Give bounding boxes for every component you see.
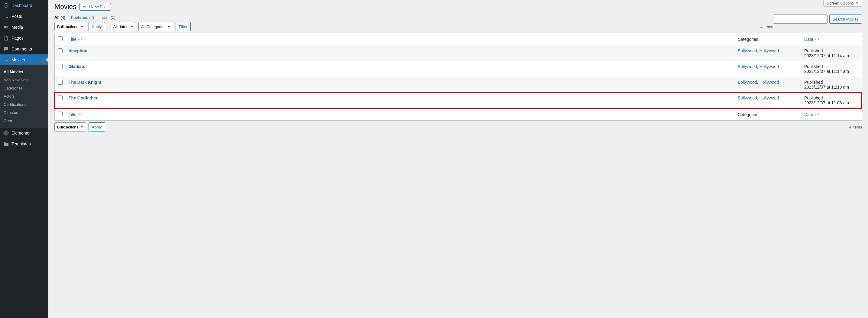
menu-templates[interactable]: Templates <box>0 138 49 149</box>
menu-dashboard[interactable]: Dashboard <box>0 0 49 11</box>
pin-icon <box>3 57 9 63</box>
menu-pages[interactable]: Pages <box>0 33 49 43</box>
filter-button[interactable]: Filter <box>176 22 191 31</box>
category-link[interactable]: Hollywood <box>760 49 779 53</box>
svg-rect-6 <box>6 134 7 134</box>
bulk-actions-select-bottom[interactable]: Bulk actions <box>54 122 86 131</box>
category-link[interactable]: Hollywood <box>760 80 779 85</box>
menu-label: Posts <box>11 14 22 19</box>
caret-down-icon: ▼ <box>856 1 859 5</box>
table-row: The Dark Knight Bollywood, Hollywood Pub… <box>55 77 862 93</box>
row-checkbox[interactable] <box>58 80 63 85</box>
row-checkbox[interactable] <box>58 64 63 69</box>
post-status: Published <box>804 64 859 69</box>
sort-title-bottom[interactable]: Title▲▼ <box>69 112 83 117</box>
table-row: Inception Bollywood, Hollywood Published… <box>55 45 862 61</box>
apply-button[interactable]: Apply <box>89 22 105 31</box>
post-title-link[interactable]: The Godfather <box>69 96 98 100</box>
view-filters: All (4) | Published (4) | Trash (1) <box>54 15 862 20</box>
apply-button-bottom[interactable]: Apply <box>89 122 105 131</box>
admin-sidebar: Dashboard Posts Media Pages Comments Mov… <box>0 0 49 318</box>
submenu-categories[interactable]: Categories <box>0 84 49 92</box>
pin-icon <box>3 13 9 19</box>
sort-title[interactable]: Title▲▼ <box>69 37 83 42</box>
menu-media[interactable]: Media <box>0 22 49 33</box>
post-title-link[interactable]: The Dark Knight <box>69 80 101 85</box>
svg-rect-5 <box>6 133 7 133</box>
sort-date[interactable]: Date▲▼ <box>804 37 819 42</box>
submenu-certifications[interactable]: Certifications <box>0 100 49 108</box>
items-count-top: 4 items <box>761 25 773 29</box>
date-filter-select[interactable]: All dates <box>111 22 136 31</box>
view-all[interactable]: All (4) <box>54 15 65 20</box>
post-date: 2023/12/07 at 11:13 am <box>804 85 849 90</box>
submenu-actors[interactable]: Actors <box>0 92 49 100</box>
svg-rect-3 <box>5 132 5 134</box>
svg-rect-4 <box>6 132 7 132</box>
category-filter-select[interactable]: All Categories <box>138 22 173 31</box>
search-button[interactable]: Search Movies <box>829 14 862 24</box>
menu-movies[interactable]: Movies <box>0 55 49 65</box>
elementor-icon <box>3 130 9 136</box>
select-all-checkbox-bottom[interactable] <box>58 112 63 116</box>
post-title-link[interactable]: Gladiator <box>69 64 87 69</box>
menu-elementor[interactable]: Elementor <box>0 128 49 138</box>
bulk-actions-select[interactable]: Bulk actions <box>54 22 86 31</box>
submenu-genres[interactable]: Genres <box>0 117 49 125</box>
comment-icon <box>3 46 9 52</box>
items-count-bottom: 4 items <box>849 125 862 129</box>
category-link[interactable]: Hollywood <box>760 96 779 100</box>
submenu-all-movies[interactable]: All Movies <box>0 68 49 76</box>
page-title: Movies <box>54 3 76 11</box>
menu-label: Elementor <box>11 131 31 135</box>
sort-icon: ▲▼ <box>78 38 83 40</box>
row-checkbox[interactable] <box>58 96 63 100</box>
submenu-movies: All Movies Add New Post Categories Actor… <box>0 65 49 127</box>
search-box: Search Movies <box>773 14 862 24</box>
view-published[interactable]: Published (4) <box>71 15 94 20</box>
menu-label: Media <box>11 25 23 30</box>
category-link[interactable]: Bollywood <box>738 80 757 85</box>
category-link[interactable]: Hollywood <box>760 64 779 69</box>
posts-table: Title▲▼ Categories Date▲▼ Inception Boll… <box>54 33 862 121</box>
post-date: 2023/12/07 at 11:14 am <box>804 69 849 74</box>
table-row-highlighted: The Godfather Bollywood, Hollywood Publi… <box>55 93 862 108</box>
menu-label: Movies <box>11 57 25 62</box>
menu-label: Pages <box>11 36 24 40</box>
row-checkbox[interactable] <box>58 49 63 53</box>
main-content: Screen Options ▼ Movies Add New Post Sea… <box>49 0 868 318</box>
media-icon <box>3 24 9 30</box>
screen-options-button[interactable]: Screen Options ▼ <box>823 0 862 7</box>
post-status: Published <box>804 49 859 53</box>
menu-posts[interactable]: Posts <box>0 11 49 22</box>
col-categories: Categories <box>735 33 801 45</box>
menu-label: Dashboard <box>11 3 32 8</box>
submenu-directors[interactable]: Directors <box>0 108 49 117</box>
category-link[interactable]: Bollywood <box>738 64 757 69</box>
sort-date-bottom[interactable]: Date▲▼ <box>804 112 819 117</box>
menu-label: Comments <box>11 46 32 52</box>
menu-comments[interactable]: Comments <box>0 43 49 55</box>
sort-icon: ▲▼ <box>814 114 820 115</box>
post-date: 2023/12/07 at 11:03 am <box>804 100 849 105</box>
folder-icon <box>3 141 9 147</box>
search-input[interactable] <box>773 14 828 24</box>
dashboard-icon <box>3 2 9 8</box>
category-link[interactable]: Bollywood <box>738 49 757 53</box>
sort-icon: ▲▼ <box>814 38 820 40</box>
svg-point-1 <box>6 26 8 28</box>
sort-icon: ▲▼ <box>78 114 83 115</box>
menu-label: Templates <box>11 141 31 146</box>
add-new-button[interactable]: Add New Post <box>80 3 111 10</box>
post-date: 2023/12/07 at 11:14 am <box>804 53 849 58</box>
post-status: Published <box>804 80 859 85</box>
view-trash[interactable]: Trash (1) <box>100 15 116 20</box>
select-all-checkbox[interactable] <box>58 36 63 41</box>
page-icon <box>3 35 9 41</box>
post-status: Published <box>804 96 859 100</box>
submenu-add-new[interactable]: Add New Post <box>0 76 49 84</box>
table-row: Gladiator Bollywood, Hollywood Published… <box>55 61 862 77</box>
post-title-link[interactable]: Inception <box>69 49 87 53</box>
category-link[interactable]: Bollywood <box>738 96 757 100</box>
col-categories-bottom: Categories <box>735 108 801 120</box>
